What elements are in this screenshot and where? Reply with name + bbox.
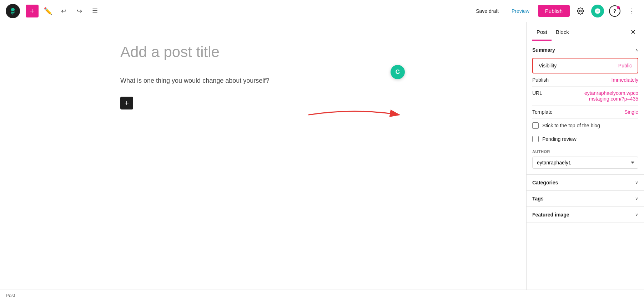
editor-area: Add a post title What is one thing you w…	[0, 22, 526, 290]
undo-button[interactable]: ↩	[57, 5, 70, 17]
save-draft-button[interactable]: Save draft	[472, 6, 503, 16]
visibility-value[interactable]: Public	[618, 63, 632, 68]
summary-chevron-icon: ∧	[635, 47, 638, 52]
list-view-button[interactable]: ☰	[89, 5, 101, 17]
grammarly-toolbar-icon[interactable]	[591, 5, 604, 17]
pending-review-label: Pending review	[542, 136, 577, 142]
author-select[interactable]: eytanraphaely1	[532, 157, 638, 169]
template-label: Template	[532, 109, 553, 115]
summary-section: Summary ∧ Visibility Public Publish Imme…	[527, 42, 644, 175]
tags-label: Tags	[532, 196, 544, 201]
toolbar-right: Save draft Preview Publish ? ⋮	[472, 5, 638, 17]
svg-point-1	[580, 10, 582, 12]
sidebar-tabs: Post Block ✕	[527, 22, 644, 42]
visibility-label: Visibility	[539, 63, 557, 68]
summary-title: Summary	[532, 47, 555, 53]
template-row[interactable]: Template Single	[532, 106, 638, 119]
publish-button[interactable]: Publish	[538, 5, 570, 17]
featured-image-section[interactable]: Featured image ∨	[527, 207, 644, 223]
url-label: URL	[532, 90, 542, 96]
stick-to-top-checkbox[interactable]	[532, 122, 539, 129]
url-row[interactable]: URL eytanraphaelycom.wpcomstaging.com/?p…	[532, 87, 638, 106]
author-label: AUTHOR	[532, 149, 638, 154]
summary-section-header[interactable]: Summary ∧	[527, 42, 644, 58]
categories-chevron-icon: ∨	[635, 180, 638, 185]
post-title[interactable]: Add a post title	[120, 44, 406, 65]
categories-label: Categories	[532, 180, 558, 185]
settings-icon-button[interactable]	[574, 5, 587, 17]
main-content: Add a post title What is one thing you w…	[0, 22, 644, 290]
toolbar-left: + ✏️ ↩ ↪ ☰	[6, 4, 469, 18]
wp-logo[interactable]	[6, 4, 20, 18]
grammarly-floating-icon[interactable]: G	[391, 65, 405, 79]
publish-label: Publish	[532, 77, 549, 83]
add-block-button[interactable]: +	[26, 5, 39, 17]
preview-button[interactable]: Preview	[507, 6, 534, 16]
sidebar: Post Block ✕ Summary ∧ Visibility Public…	[526, 22, 644, 290]
tags-section[interactable]: Tags ∨	[527, 191, 644, 207]
visibility-row[interactable]: Visibility Public	[532, 58, 638, 73]
redo-button[interactable]: ↪	[73, 5, 86, 17]
notification-dot	[617, 6, 620, 9]
toolbar: + ✏️ ↩ ↪ ☰ Save draft Preview Publish ? …	[0, 0, 644, 22]
pending-review-checkbox[interactable]	[532, 136, 539, 142]
stick-to-top-row[interactable]: Stick to the top of the blog	[532, 119, 638, 132]
status-text: Post	[6, 293, 15, 298]
summary-body: Visibility Public Publish Immediately UR…	[527, 58, 644, 174]
more-options-button[interactable]: ⋮	[625, 5, 638, 17]
publish-row[interactable]: Publish Immediately	[532, 73, 638, 87]
featured-image-chevron-icon: ∨	[635, 212, 638, 217]
svg-point-0	[11, 8, 15, 11]
close-sidebar-button[interactable]: ✕	[628, 27, 638, 37]
tags-chevron-icon: ∨	[635, 196, 638, 201]
featured-image-label: Featured image	[532, 212, 569, 218]
stick-to-top-label: Stick to the top of the blog	[542, 123, 600, 128]
tab-post[interactable]: Post	[532, 26, 552, 38]
template-value[interactable]: Single	[624, 109, 638, 115]
help-icon-button[interactable]: ?	[608, 5, 621, 17]
status-bar: Post	[0, 290, 644, 301]
author-section: AUTHOR eytanraphaely1	[532, 146, 638, 169]
publish-value[interactable]: Immediately	[612, 77, 638, 83]
categories-section[interactable]: Categories ∨	[527, 175, 644, 191]
url-value[interactable]: eytanraphaelycom.wpcomstaging.com/?p=435	[581, 90, 638, 102]
post-body[interactable]: What is one thing you would change about…	[120, 76, 406, 86]
edit-icon-button[interactable]: ✏️	[41, 5, 54, 17]
tab-block[interactable]: Block	[552, 26, 573, 38]
pending-review-row[interactable]: Pending review	[532, 132, 638, 146]
add-block-inline-button[interactable]: +	[120, 97, 133, 109]
